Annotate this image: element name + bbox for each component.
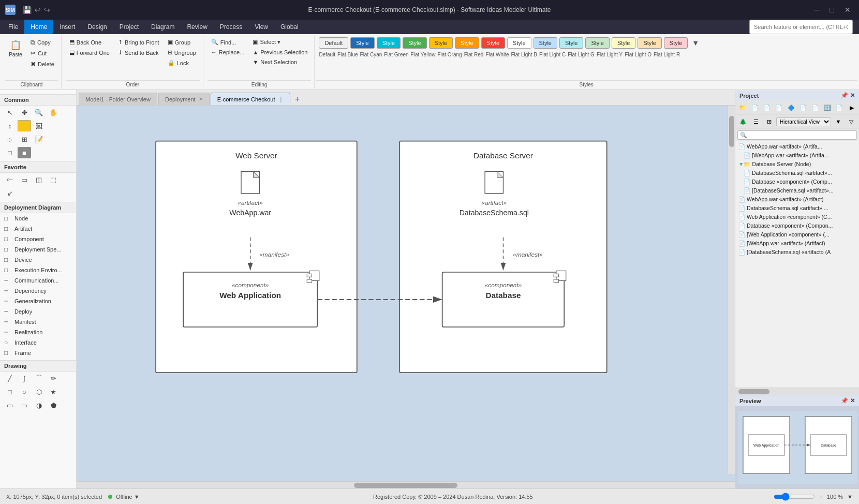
zoom-out-icon[interactable]: − — [766, 494, 769, 500]
tool-deployment-spec[interactable]: □ Deployment Spe... — [0, 244, 76, 255]
draw-star[interactable]: ★ — [47, 386, 60, 397]
tool-dependency[interactable]: ╌ Dependency — [0, 286, 76, 296]
tool-color[interactable] — [18, 120, 31, 131]
menu-file[interactable]: File — [2, 20, 24, 34]
toolbar-quick-icons[interactable]: 💾 ↩ ↪ — [23, 6, 50, 14]
tool-arrow[interactable]: ↕ — [3, 120, 17, 131]
tool-communication[interactable]: ╌ Communication... — [0, 275, 76, 286]
proj-icon-5[interactable]: 🔷 — [786, 102, 796, 113]
tool-interface[interactable]: ○ Interface — [0, 337, 76, 348]
ungroup-button[interactable]: ⊞ Ungroup — [164, 48, 200, 57]
copy-button[interactable]: ⧉ Copy — [27, 37, 58, 48]
menu-project[interactable]: Project — [113, 20, 145, 34]
tree-item[interactable]: 📄DatabaseSchema.sql «artifact»... — [736, 169, 858, 177]
tool-realization[interactable]: ╌ Realization — [0, 327, 76, 337]
tool-manifest[interactable]: ╌ Manifest — [0, 317, 76, 327]
icon-undo[interactable]: ↩ — [35, 6, 41, 14]
style-flat-cyan[interactable]: Style — [377, 37, 401, 49]
back-one-button[interactable]: ⬒ Back One — [66, 37, 113, 47]
tree-item[interactable]: 📄Database «component» (Comp... — [736, 177, 858, 186]
proj-tree-icon[interactable]: 🌲 — [737, 116, 749, 127]
tree-item[interactable]: 📄[WebApp.war «artifact» (Artifa... — [736, 151, 858, 160]
project-hscroll[interactable] — [735, 388, 859, 395]
proj-icon-4[interactable]: 📄 — [774, 102, 784, 113]
proj-list-icon[interactable]: ☰ — [750, 116, 762, 127]
find-button[interactable]: 🔍 Find... — [208, 37, 248, 47]
tool-move[interactable]: ✥ — [18, 107, 31, 118]
vertical-scrollbar[interactable] — [728, 106, 735, 474]
tool-node[interactable]: □ Node — [0, 213, 76, 224]
preview-close-icon[interactable]: ✕ — [850, 397, 855, 404]
project-pin-icon[interactable]: 📌 — [841, 92, 848, 99]
style-flat-yellow[interactable]: Style — [429, 37, 453, 49]
draw-freehand[interactable]: ✏ — [47, 373, 60, 384]
icon-redo[interactable]: ↪ — [44, 6, 50, 14]
tool-rect-fill[interactable]: ■ — [18, 147, 31, 158]
draw-t2[interactable]: ▭ — [18, 399, 31, 411]
fav-tool-2[interactable]: ▭ — [18, 174, 31, 185]
vscroll-thumb[interactable] — [729, 116, 734, 147]
paste-button[interactable]: 📋 Paste — [5, 37, 26, 60]
forward-one-button[interactable]: ⬓ Forward One — [66, 48, 113, 57]
close-button[interactable]: ✕ — [841, 5, 854, 15]
icon-save[interactable]: 💾 — [23, 6, 32, 14]
tool-artifact[interactable]: □ Artifact — [0, 224, 76, 234]
tab-deployment[interactable]: Deployment ✕ — [158, 93, 210, 105]
style-flat-lb[interactable]: Style — [534, 37, 557, 49]
close-deployment-tab[interactable]: ✕ — [199, 96, 203, 102]
proj-icon-8[interactable]: 🔠 — [822, 102, 833, 113]
proj-filter-icon[interactable]: ▽ — [846, 116, 857, 127]
lock-button[interactable]: 🔒 Lock — [164, 58, 200, 68]
proj-grid-icon[interactable]: ⊞ — [763, 116, 775, 127]
draw-t4[interactable]: ⬟ — [47, 399, 60, 411]
proj-icon-2[interactable]: 📄 — [749, 102, 760, 113]
tool-note[interactable]: 📝 — [32, 134, 46, 145]
tool-hand[interactable]: ✋ — [47, 107, 60, 118]
styles-scroll-down[interactable]: ▼ — [690, 39, 701, 47]
style-flat-red[interactable]: Style — [481, 37, 505, 49]
style-flat-lg[interactable]: Style — [585, 37, 609, 49]
tool-device[interactable]: □ Device — [0, 255, 76, 265]
proj-hscroll-thumb[interactable] — [738, 389, 769, 394]
style-flat-blue[interactable]: Style — [350, 37, 374, 49]
draw-ellipse[interactable]: ○ — [18, 386, 31, 397]
tool-dot1[interactable]: ·:· — [3, 134, 17, 145]
proj-icon-7[interactable]: 📄 — [810, 102, 820, 113]
tree-item[interactable]: 📄WebApp.war «artifact» (Artifa... — [736, 142, 858, 151]
tool-deploy[interactable]: ╌ Deploy — [0, 306, 76, 317]
tool-zoom[interactable]: 🔍 — [32, 107, 46, 118]
fav-tool-1[interactable]: ⟜ — [3, 174, 17, 185]
menu-design[interactable]: Design — [81, 20, 113, 34]
menu-home[interactable]: Home — [24, 20, 53, 34]
tree-item[interactable]: 📄WebApp.war «artifact» (Artifact) — [736, 195, 858, 204]
project-search-input[interactable] — [737, 130, 857, 140]
horizontal-scrollbar[interactable] — [77, 481, 735, 488]
next-selection-button[interactable]: ▼ Next Selection — [249, 57, 311, 67]
status-dropdown-icon[interactable]: ▼ — [134, 494, 140, 500]
draw-polygon[interactable]: ⬡ — [32, 386, 46, 397]
menu-global[interactable]: Global — [274, 20, 305, 34]
maximize-button[interactable]: □ — [827, 5, 837, 15]
draw-arc[interactable]: ⌒ — [32, 373, 46, 384]
add-tab-button[interactable]: + — [291, 94, 303, 105]
style-flat-ly[interactable]: Style — [612, 37, 635, 49]
tree-item[interactable]: 📄[WebApp.war «artifact» (Artifact) — [736, 239, 858, 248]
style-flat-white[interactable]: Style — [507, 37, 531, 49]
proj-dropdown-icon[interactable]: ▼ — [833, 116, 844, 127]
view-selector-select[interactable]: Hierarchical View Flat View — [776, 117, 831, 126]
draw-t1[interactable]: ▭ — [3, 399, 17, 411]
bring-to-front-button[interactable]: ⤒ Bring to Front — [114, 37, 163, 47]
style-flat-lc[interactable]: Style — [559, 37, 583, 49]
menu-insert[interactable]: Insert — [53, 20, 81, 34]
delete-button[interactable]: ✖ Delete — [27, 59, 58, 69]
tab-ecommerce[interactable]: E-commerce Checkout | — [211, 93, 291, 105]
tree-item[interactable]: 📄[Web Application «component» (... — [736, 230, 858, 239]
tree-item[interactable]: ▼📁Database Server (Node) — [736, 160, 858, 169]
style-flat-orange[interactable]: Style — [455, 37, 479, 49]
tree-item[interactable]: 📄DatabaseSchema.sql «artifact» ... — [736, 204, 858, 213]
draw-t3[interactable]: ◑ — [32, 399, 46, 411]
menu-view[interactable]: View — [248, 20, 274, 34]
group-button[interactable]: ▣ Group — [164, 37, 200, 47]
tool-rect-empty[interactable]: □ — [3, 147, 17, 158]
zoom-slider[interactable] — [774, 493, 815, 501]
